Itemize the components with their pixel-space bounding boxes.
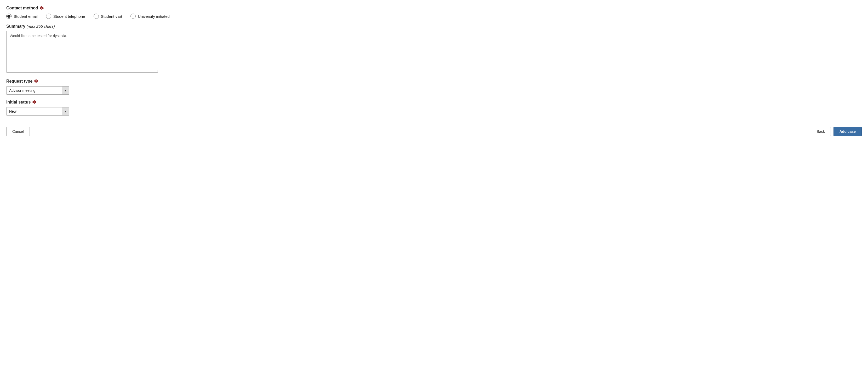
- radio-label-student-visit: Student visit: [101, 14, 122, 19]
- request-type-select[interactable]: Advisor meeting General inquiry Financia…: [6, 86, 69, 95]
- radio-student-visit[interactable]: [94, 13, 99, 19]
- button-row: Cancel Back Add case: [6, 127, 862, 136]
- initial-status-group: Initial status ✻ New In progress Closed …: [6, 99, 862, 116]
- right-buttons: Back Add case: [811, 127, 862, 136]
- back-button[interactable]: Back: [811, 127, 831, 136]
- contact-method-text: Contact method: [6, 6, 38, 10]
- radio-university-initiated[interactable]: [130, 13, 136, 19]
- radio-label-student-email: Student email: [13, 14, 38, 19]
- radio-option-university-initiated[interactable]: University initiated: [130, 13, 170, 19]
- contact-method-required-star: ✻: [40, 5, 44, 11]
- request-type-group: Request type ✻ Advisor meeting General i…: [6, 79, 862, 95]
- initial-status-required-star: ✻: [32, 99, 36, 105]
- radio-label-student-telephone: Student telephone: [53, 14, 85, 19]
- summary-label: Summary (max 255 chars): [6, 24, 862, 29]
- summary-label-text: Summary: [6, 24, 25, 29]
- footer-divider: [6, 122, 862, 122]
- summary-textarea[interactable]: [6, 31, 158, 73]
- radio-student-telephone[interactable]: [46, 13, 51, 19]
- request-type-required-star: ✻: [34, 79, 38, 84]
- request-type-select-wrapper: Advisor meeting General inquiry Financia…: [6, 86, 69, 95]
- initial-status-select[interactable]: New In progress Closed Pending: [6, 107, 69, 116]
- initial-status-label: Initial status ✻: [6, 99, 862, 105]
- radio-label-university-initiated: University initiated: [138, 14, 170, 19]
- radio-option-student-telephone[interactable]: Student telephone: [46, 13, 85, 19]
- summary-max-chars: (max 255 chars): [26, 24, 55, 29]
- request-type-label: Request type ✻: [6, 79, 862, 84]
- add-case-button[interactable]: Add case: [834, 127, 862, 136]
- radio-student-email[interactable]: [6, 13, 11, 19]
- request-type-label-text: Request type: [6, 79, 32, 84]
- contact-method-label: Contact method ✻: [6, 5, 862, 11]
- initial-status-label-text: Initial status: [6, 100, 31, 104]
- radio-option-student-visit[interactable]: Student visit: [94, 13, 122, 19]
- contact-method-radio-group: Student email Student telephone Student …: [6, 13, 862, 19]
- cancel-button[interactable]: Cancel: [6, 127, 30, 136]
- radio-option-student-email[interactable]: Student email: [6, 13, 38, 19]
- initial-status-select-wrapper: New In progress Closed Pending: [6, 107, 69, 116]
